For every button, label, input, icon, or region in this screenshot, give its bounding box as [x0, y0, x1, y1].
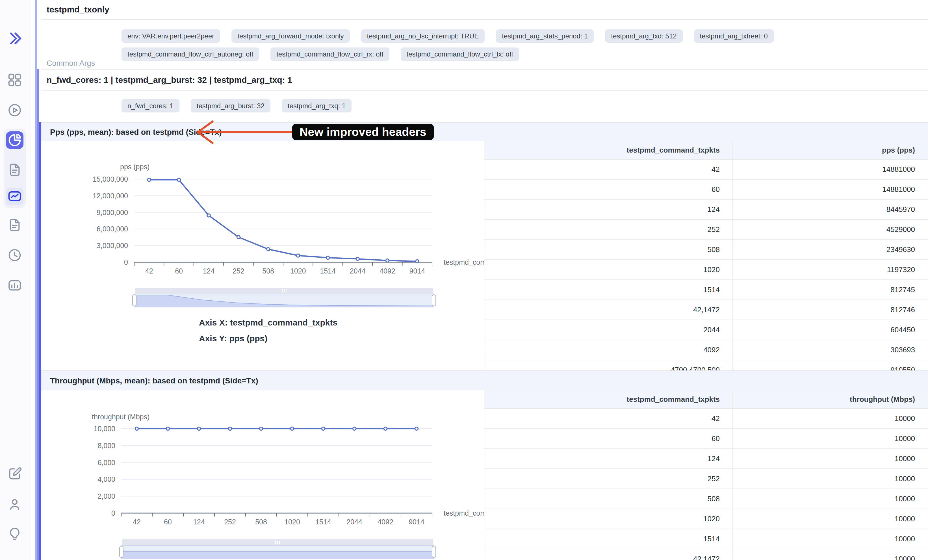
svg-text:10,000: 10,000: [94, 425, 115, 433]
pps-chart-panel: Axis X: testpmd_command_txpkts Axis Y: p…: [41, 141, 484, 371]
svg-text:4092: 4092: [380, 267, 395, 275]
args-val-row: Args Val n_fwd_cores: 1testpmd_arg_burst…: [41, 90, 928, 122]
table-cell: 1514: [484, 280, 733, 299]
play-circle-icon[interactable]: [7, 102, 22, 118]
slider-right-handle[interactable]: [432, 546, 436, 558]
table-cell: 10000: [733, 469, 928, 488]
document-icon[interactable]: [7, 162, 22, 177]
table-row: 4210000: [484, 409, 928, 429]
svg-text:1020: 1020: [284, 518, 300, 526]
table-header-cell: testpmd_command_txpkts: [484, 141, 733, 159]
common-arg-chip: testpmd_command_flow_ctrl_rx: off: [270, 47, 389, 61]
common-arg-chip: testpmd_arg_no_lsc_interrupt: TRUE: [361, 29, 485, 43]
group-header[interactable]: n_fwd_cores: 1 | testpmd_arg_burst: 32 |…: [41, 69, 928, 91]
svg-text:2044: 2044: [350, 267, 366, 275]
slider-left-handle[interactable]: [132, 294, 136, 306]
svg-text:15,000,000: 15,000,000: [93, 175, 128, 183]
table-row: 25210000: [484, 469, 928, 489]
sidebar: [0, 0, 31, 560]
bar-chart-icon[interactable]: [7, 278, 22, 293]
line-chart-icon[interactable]: [7, 189, 22, 204]
dashboard-grid-icon[interactable]: [7, 72, 22, 88]
axis-y-note: Axis Y: pps (pps): [199, 334, 267, 343]
user-icon[interactable]: [7, 497, 22, 512]
table-cell: 252: [484, 469, 733, 488]
double-chevron-right-icon[interactable]: [7, 31, 22, 46]
slider-drag-bar[interactable]: [135, 288, 433, 294]
args-val-chips: n_fwd_cores: 1testpmd_arg_burst: 32testp…: [122, 99, 908, 113]
edit-icon[interactable]: [7, 466, 22, 481]
table-cell: 10000: [733, 509, 928, 529]
throughput-section-header[interactable]: Throughput (Mbps, mean): based on testpm…: [41, 371, 928, 391]
svg-text:pps (pps): pps (pps): [120, 163, 150, 171]
throughput-chart-range-slider[interactable]: [119, 539, 436, 559]
common-args-row: Common Args env: VAR.env.perf.peer2peert…: [41, 19, 928, 69]
slider-left-handle[interactable]: [119, 546, 124, 558]
table-row: 1514812745: [484, 280, 928, 300]
table-row: 4700,4700,500910550: [484, 360, 928, 371]
table-row: 2044604450: [484, 320, 928, 340]
table-cell: 10000: [733, 549, 928, 560]
svg-text:252: 252: [233, 267, 244, 275]
table-cell: 10000: [733, 429, 928, 449]
args-val-chip: testpmd_arg_burst: 32: [191, 99, 270, 113]
group-header-title: n_fwd_cores: 1 | testpmd_arg_burst: 32 |…: [47, 75, 292, 85]
slider-brush-area[interactable]: [134, 294, 434, 307]
document-icon-2[interactable]: [7, 217, 22, 232]
pps-table: testpmd_command_txpktspps (pps)421488100…: [484, 141, 928, 371]
pps-chart-range-slider[interactable]: [132, 288, 436, 307]
table-cell: 10000: [733, 529, 928, 549]
svg-text:8,000: 8,000: [98, 442, 115, 450]
common-arg-chip: testpmd_arg_txd: 512: [605, 29, 682, 43]
table-row: 6010000: [484, 429, 928, 449]
table-cell: 604450: [733, 320, 928, 340]
slider-right-handle[interactable]: [432, 294, 436, 306]
annotation-arrow-icon: [194, 119, 296, 148]
table-header-row: testpmd_command_txpktspps (pps): [484, 141, 928, 160]
table-cell: 10000: [733, 409, 928, 428]
svg-text:252: 252: [224, 518, 236, 526]
common-arg-chip: testpmd_command_flow_ctrl_autoneg: off: [122, 47, 259, 61]
table-header-cell: throughput (Mbps): [733, 391, 928, 408]
svg-text:508: 508: [262, 267, 274, 275]
throughput-chart-plot: throughput (Mbps)02,0004,0006,0008,00010…: [41, 391, 484, 532]
svg-text:4092: 4092: [377, 518, 393, 526]
slider-data-shadow: [122, 546, 434, 559]
table-header-cell: pps (pps): [733, 141, 928, 159]
table-row: 151410000: [484, 529, 928, 549]
svg-text:9,000,000: 9,000,000: [97, 209, 128, 217]
clock-icon[interactable]: [7, 247, 22, 263]
table-cell: 812745: [733, 280, 928, 299]
table-cell: 124: [484, 200, 733, 219]
pie-chart-icon[interactable]: [7, 133, 22, 148]
table-cell: 2044: [484, 320, 733, 340]
args-val-chip: n_fwd_cores: 1: [122, 99, 179, 113]
svg-text:60: 60: [175, 267, 183, 275]
table-cell: 910550: [733, 360, 928, 371]
table-cell: 508: [484, 240, 733, 259]
svg-text:throughput (Mbps): throughput (Mbps): [92, 413, 150, 421]
svg-text:60: 60: [164, 518, 172, 526]
common-arg-chip: testpmd_arg_stats_period: 1: [496, 29, 594, 43]
table-cell: 4092: [484, 340, 733, 360]
pps-section-header[interactable]: Pps (pps, mean): based on testpmd (Side=…: [41, 122, 928, 142]
svg-text:1514: 1514: [320, 267, 336, 275]
table-cell: 303693: [733, 340, 928, 360]
common-args-label: Common Args: [47, 59, 95, 68]
common-args-chips: env: VAR.env.perf.peer2peertestpmd_arg_f…: [122, 29, 908, 61]
slider-drag-bar[interactable]: [122, 539, 433, 545]
table-header-row: testpmd_command_txpktsthroughput (Mbps): [484, 391, 928, 409]
table-cell: 4700,4700,500: [484, 360, 733, 371]
table-row: 4214881000: [484, 160, 928, 180]
table-cell: 1020: [484, 260, 733, 279]
throughput-section-title: Throughput (Mbps, mean): based on testpm…: [50, 376, 258, 385]
table-row: 12410000: [484, 449, 928, 469]
pps-section-body: Axis X: testpmd_command_txpkts Axis Y: p…: [41, 141, 928, 371]
svg-text:6,000: 6,000: [98, 459, 115, 467]
throughput-chart-panel: throughput (Mbps)02,0004,0006,0008,00010…: [41, 391, 484, 560]
lightbulb-icon[interactable]: [7, 526, 22, 542]
svg-text:508: 508: [255, 518, 267, 526]
report-page: testpmd_txonly Common Args env: VAR.env.…: [0, 0, 928, 560]
slider-brush-area[interactable]: [121, 545, 434, 559]
svg-text:3,000,000: 3,000,000: [97, 241, 128, 249]
